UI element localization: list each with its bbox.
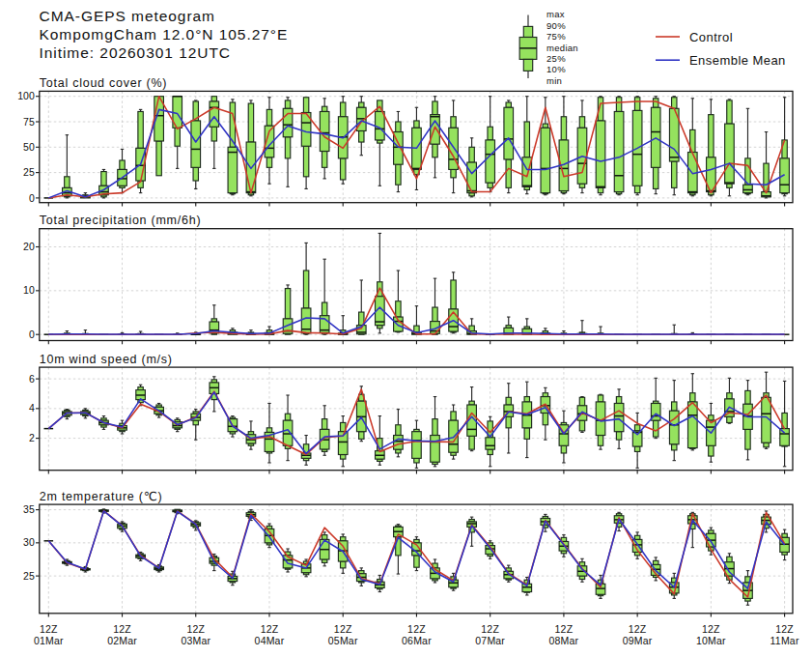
svg-text:CMA-GEPS meteogram: CMA-GEPS meteogram xyxy=(40,8,215,24)
svg-text:max: max xyxy=(546,9,565,19)
svg-text:0: 0 xyxy=(29,192,35,204)
svg-text:35: 35 xyxy=(23,503,35,515)
svg-text:0: 0 xyxy=(29,328,35,340)
svg-text:12Z: 12Z xyxy=(334,623,352,635)
svg-text:Initime: 20260301 12UTC: Initime: 20260301 12UTC xyxy=(40,44,231,61)
svg-text:30: 30 xyxy=(23,536,35,548)
svg-text:12Z: 12Z xyxy=(407,623,426,635)
svg-text:Control: Control xyxy=(689,30,733,44)
svg-text:12Z: 12Z xyxy=(702,623,720,635)
svg-text:25%: 25% xyxy=(546,53,566,64)
svg-text:20: 20 xyxy=(23,241,35,252)
svg-text:10Mar: 10Mar xyxy=(696,635,726,646)
svg-text:12Z: 12Z xyxy=(481,623,499,635)
svg-text:50: 50 xyxy=(23,141,35,153)
svg-text:01Mar: 01Mar xyxy=(34,635,64,646)
svg-text:12Z: 12Z xyxy=(555,623,574,635)
svg-text:75: 75 xyxy=(23,116,35,128)
svg-text:10m wind speed (m/s): 10m wind speed (m/s) xyxy=(40,353,173,366)
svg-text:90%: 90% xyxy=(546,20,566,31)
svg-text:10: 10 xyxy=(23,284,35,296)
svg-text:12Z: 12Z xyxy=(629,623,647,635)
svg-text:4: 4 xyxy=(29,402,35,414)
svg-text:Ensemble Mean: Ensemble Mean xyxy=(689,53,786,68)
svg-text:2m temperature (℃): 2m temperature (℃) xyxy=(40,490,163,503)
svg-text:KompomgCham 12.0°N 105.27°E: KompomgCham 12.0°N 105.27°E xyxy=(40,26,289,43)
svg-text:min: min xyxy=(546,75,562,86)
svg-text:04Mar: 04Mar xyxy=(255,635,285,646)
svg-text:10%: 10% xyxy=(546,64,566,74)
svg-text:2: 2 xyxy=(29,432,35,443)
svg-text:12Z: 12Z xyxy=(261,623,279,635)
svg-text:25: 25 xyxy=(23,570,35,582)
svg-text:12Z: 12Z xyxy=(113,623,131,635)
svg-text:11Mar: 11Mar xyxy=(770,635,799,646)
svg-text:median: median xyxy=(546,43,578,53)
svg-text:09Mar: 09Mar xyxy=(623,635,653,646)
svg-text:05Mar: 05Mar xyxy=(328,635,358,646)
svg-text:12Z: 12Z xyxy=(775,623,794,635)
svg-text:100: 100 xyxy=(17,90,35,101)
svg-text:06Mar: 06Mar xyxy=(402,635,432,646)
svg-text:02Mar: 02Mar xyxy=(107,635,137,646)
svg-text:Total cloud cover (%): Total cloud cover (%) xyxy=(40,76,167,90)
svg-text:6: 6 xyxy=(29,373,35,385)
svg-text:25: 25 xyxy=(23,166,35,178)
svg-text:03Mar: 03Mar xyxy=(181,635,210,646)
svg-text:12Z: 12Z xyxy=(186,623,205,635)
svg-text:08Mar: 08Mar xyxy=(549,635,579,646)
svg-text:75%: 75% xyxy=(546,31,566,42)
svg-text:12Z: 12Z xyxy=(40,623,58,635)
svg-text:Total precipitation (mm/6h): Total precipitation (mm/6h) xyxy=(40,214,202,227)
svg-text:07Mar: 07Mar xyxy=(475,635,505,646)
